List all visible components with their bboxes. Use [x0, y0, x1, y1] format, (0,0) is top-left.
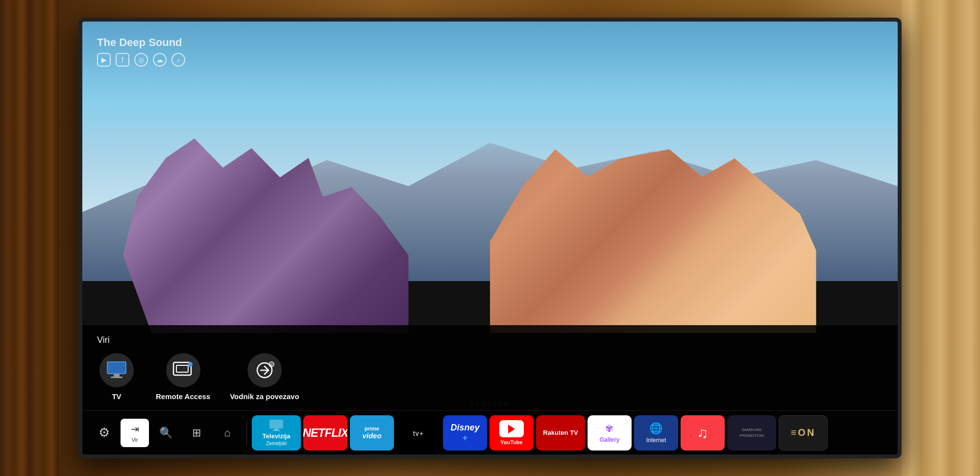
tv-set: The Deep Sound ▶ f ◎ ☁ ♪ Viri — [78, 18, 902, 458]
internet-content: 🌐 Internet — [646, 422, 666, 444]
gallery-flower-icon: ✾ — [605, 423, 613, 434]
rakuten-label: Rakuten TV — [543, 429, 578, 436]
watermark: The Deep Sound ▶ f ◎ ☁ ♪ — [97, 36, 185, 67]
tv-source-icon-bg — [99, 353, 134, 387]
source-item-connection-guide[interactable]: ? Vodnik za povezavo — [230, 353, 299, 401]
app-tile-netflix[interactable]: NETFLIX — [303, 415, 347, 451]
app-tile-samsung-promo[interactable]: SAMSUNGPROMOTION — [727, 415, 776, 451]
wood-panel-right — [902, 0, 980, 476]
source-item-tv[interactable]: TV — [97, 353, 136, 401]
rock-left — [123, 139, 408, 333]
rock-right — [490, 149, 816, 333]
promo-content: SAMSUNGPROMOTION — [737, 425, 766, 440]
svg-text:?: ? — [270, 363, 272, 367]
youtube-social-icon[interactable]: ▶ — [97, 53, 111, 67]
home-button[interactable]: ⌂ — [213, 419, 242, 447]
svg-rect-1 — [108, 362, 125, 373]
disney-content: Disney + — [450, 423, 479, 443]
youtube-label: YouTube — [500, 439, 522, 445]
home-icon: ⌂ — [224, 427, 230, 439]
app-tile-gallery[interactable]: ✾ Gallery — [588, 415, 632, 451]
youtube-play-triangle — [508, 425, 515, 433]
app-tile-internet[interactable]: 🌐 Internet — [634, 415, 678, 451]
svg-rect-2 — [114, 374, 120, 377]
internet-globe-icon: 🌐 — [649, 422, 662, 435]
search-icon: 🔍 — [159, 427, 172, 439]
televizija-label: Televizija — [263, 432, 291, 440]
app-tile-rakuten[interactable]: Rakuten TV — [536, 415, 585, 451]
source-arrow-icon: ⇥ — [131, 423, 139, 435]
connection-guide-icon-bg: ? — [247, 353, 282, 387]
svg-rect-5 — [176, 365, 188, 372]
svg-rect-3 — [111, 377, 122, 378]
remote-access-icon-bg: ↑ — [166, 353, 200, 387]
televizija-sublabel: Zemeljski — [266, 441, 287, 446]
promo-label: SAMSUNGPROMOTION — [739, 427, 763, 438]
taskbar: ⚙ ⇥ Vir 🔍 ⊞ — [82, 410, 898, 454]
taskbar-divider — [246, 421, 247, 445]
instagram-social-icon[interactable]: ◎ — [134, 53, 148, 67]
tv-screen: The Deep Sound ▶ f ◎ ☁ ♪ Viri — [82, 22, 898, 454]
tv-source-icon — [106, 361, 127, 379]
connection-guide-icon: ? — [254, 361, 275, 379]
app-tile-music[interactable]: ♫ — [681, 415, 725, 451]
sources-items: TV ↑ Remote Access — [97, 353, 883, 401]
tiktok-social-icon[interactable]: ♪ — [172, 53, 185, 67]
app-tile-televizija[interactable]: Televizija Zemeljski — [252, 415, 301, 451]
appletv-content: tv+ — [413, 428, 424, 437]
remote-access-label: Remote Access — [156, 392, 210, 401]
source-btn-label: Vir — [131, 437, 138, 443]
gallery-label: Gallery — [600, 436, 620, 443]
source-btn-content: ⇥ Vir — [131, 423, 139, 443]
eon-label: ≡ON — [791, 427, 816, 438]
gallery-content: ✾ Gallery — [600, 423, 620, 443]
wood-panel-left — [0, 0, 59, 476]
tv-source-label: TV — [112, 392, 121, 401]
music-note-icon: ♫ — [697, 425, 709, 441]
connection-guide-label: Vodnik za povezavo — [230, 392, 299, 401]
music-content: ♫ — [697, 425, 709, 441]
prime-text: prime — [365, 426, 379, 431]
bottom-panel: Viri TV — [82, 325, 898, 454]
internet-label: Internet — [646, 437, 666, 444]
settings-button[interactable]: ⚙ — [90, 419, 118, 447]
remote-access-icon: ↑ — [172, 361, 194, 379]
source-item-remote-access[interactable]: ↑ Remote Access — [156, 353, 210, 401]
soundcloud-social-icon[interactable]: ☁ — [153, 53, 167, 67]
sources-label: Viri — [97, 335, 883, 345]
facebook-social-icon[interactable]: f — [116, 53, 129, 67]
apps-button[interactable]: ⊞ — [182, 419, 211, 447]
youtube-content: YouTube — [499, 420, 524, 445]
svg-rect-12 — [274, 428, 278, 430]
svg-rect-13 — [272, 430, 280, 431]
sources-section: Viri TV — [82, 325, 898, 410]
prime-video-text: video — [362, 431, 381, 440]
landscape-rocks — [82, 117, 898, 333]
app-tile-disney[interactable]: Disney + — [443, 415, 487, 451]
app-tile-appletv[interactable]: tv+ — [396, 415, 441, 451]
svg-text:↑: ↑ — [189, 363, 191, 367]
youtube-play-btn — [499, 420, 524, 437]
social-icons-row: ▶ f ◎ ☁ ♪ — [97, 53, 185, 67]
appletv-label: tv+ — [413, 429, 424, 437]
disney-plus-label: + — [463, 433, 468, 443]
source-button[interactable]: ⇥ Vir — [121, 419, 149, 447]
app-tile-youtube[interactable]: YouTube — [490, 415, 534, 451]
disney-label: Disney — [450, 423, 479, 433]
app-tile-eon[interactable]: ≡ON — [779, 415, 828, 451]
gear-icon: ⚙ — [98, 425, 110, 440]
rakuten-content: Rakuten TV — [543, 429, 578, 436]
televizija-tv-icon — [269, 420, 284, 431]
netflix-label: NETFLIX — [303, 426, 347, 440]
app-tile-prime[interactable]: prime video — [350, 415, 394, 451]
svg-rect-11 — [270, 420, 283, 428]
prime-icon-content: prime video — [362, 426, 381, 440]
watermark-title: The Deep Sound — [97, 36, 185, 49]
search-button[interactable]: 🔍 — [151, 419, 180, 447]
grid-icon: ⊞ — [192, 427, 201, 439]
